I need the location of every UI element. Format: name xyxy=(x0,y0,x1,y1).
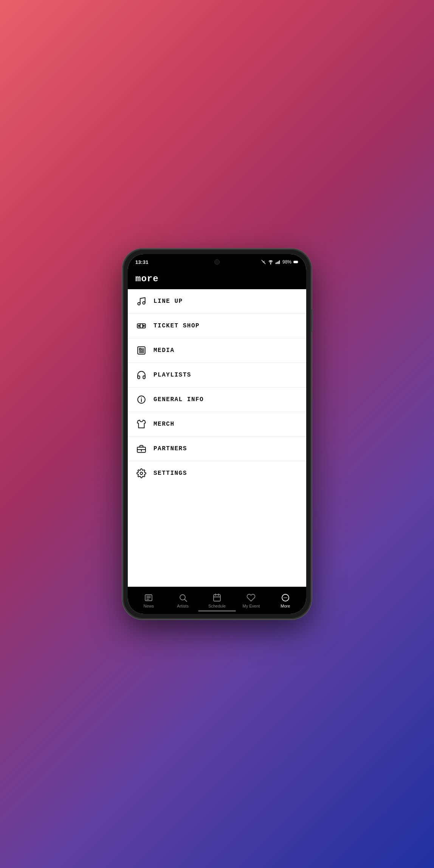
ticket-icon xyxy=(136,321,147,331)
svg-point-8 xyxy=(138,302,140,305)
svg-point-25 xyxy=(140,472,143,475)
svg-point-38 xyxy=(285,597,286,598)
bottom-nav: News Artists xyxy=(128,587,306,614)
menu-label-merch: MERCH xyxy=(153,421,175,428)
svg-rect-32 xyxy=(214,595,220,601)
svg-rect-13 xyxy=(138,347,145,354)
menu-label-playlists: PLAYLISTS xyxy=(153,372,191,378)
page-title: MOre xyxy=(135,274,299,284)
nav-label-myevent: My Event xyxy=(242,604,260,608)
nav-label-more: More xyxy=(281,604,290,608)
svg-point-37 xyxy=(284,597,284,598)
wifi-icon xyxy=(268,259,273,265)
menu-item-lineup[interactable]: LINE UP xyxy=(128,289,306,314)
menu-item-settings[interactable]: SETTINGS xyxy=(128,461,306,485)
search-icon xyxy=(178,593,188,603)
phone-device: 13:31 xyxy=(122,249,312,619)
menu-item-partners[interactable]: PARTNERS xyxy=(128,437,306,461)
status-time: 13:31 xyxy=(135,259,149,265)
app-header: MOre xyxy=(128,270,306,289)
heart-icon xyxy=(246,593,256,603)
svg-line-31 xyxy=(184,599,187,601)
calendar-icon xyxy=(212,593,222,603)
svg-rect-3 xyxy=(277,262,277,264)
status-bar: 13:31 xyxy=(128,254,306,270)
menu-label-settings: SETTINGS xyxy=(153,470,187,477)
svg-rect-5 xyxy=(279,260,280,264)
svg-point-1 xyxy=(270,264,271,264)
headphones-icon xyxy=(136,370,147,380)
svg-rect-7 xyxy=(294,261,298,263)
menu-item-generalinfo[interactable]: GENERAL INFO xyxy=(128,388,306,412)
menu-label-ticketshop: TICKET SHOP xyxy=(153,322,200,329)
menu-label-media: MEDIA xyxy=(153,347,175,354)
nav-item-schedule[interactable]: Schedule xyxy=(200,591,234,611)
status-right: 98% xyxy=(261,259,299,265)
svg-point-39 xyxy=(286,597,287,598)
svg-point-21 xyxy=(141,398,142,398)
nav-label-news: News xyxy=(143,604,154,608)
media-icon xyxy=(136,345,147,356)
nav-label-artists: Artists xyxy=(177,604,189,608)
battery-level: 98% xyxy=(282,259,291,265)
menu-item-merch[interactable]: MERCH xyxy=(128,412,306,437)
svg-rect-4 xyxy=(278,261,279,264)
menu-label-generalinfo: GENERAL INFO xyxy=(153,396,204,403)
camera-notch xyxy=(214,259,220,265)
nav-item-myevent[interactable]: My Event xyxy=(234,591,268,611)
music-icon xyxy=(136,296,147,307)
battery-icon xyxy=(293,259,299,265)
menu-list: LINE UP TICKET SHOP xyxy=(128,289,306,587)
svg-point-11 xyxy=(138,325,140,326)
tshirt-icon xyxy=(136,419,147,429)
briefcase-icon xyxy=(136,443,147,454)
menu-label-lineup: LINE UP xyxy=(153,298,183,305)
nav-item-artists[interactable]: Artists xyxy=(166,591,200,611)
svg-point-9 xyxy=(143,302,145,304)
nav-item-news[interactable]: News xyxy=(132,591,166,611)
nav-label-schedule: Schedule xyxy=(208,604,226,608)
info-icon xyxy=(136,394,147,405)
newspaper-icon xyxy=(144,593,153,603)
gear-icon xyxy=(136,468,147,479)
nav-item-more[interactable]: More xyxy=(268,591,302,611)
mute-icon xyxy=(261,259,266,265)
phone-screen: 13:31 xyxy=(128,254,306,614)
menu-label-partners: PARTNERS xyxy=(153,445,187,452)
menu-item-media[interactable]: MEDIA xyxy=(128,338,306,363)
svg-point-12 xyxy=(143,325,144,326)
svg-rect-14 xyxy=(140,349,141,350)
signal-icon xyxy=(275,259,281,265)
dots-icon xyxy=(281,593,290,603)
home-indicator xyxy=(198,610,236,612)
menu-item-playlists[interactable]: PLAYLISTS xyxy=(128,363,306,388)
menu-item-ticketshop[interactable]: TICKET SHOP xyxy=(128,314,306,338)
svg-rect-2 xyxy=(276,263,276,264)
svg-line-0 xyxy=(262,260,266,264)
